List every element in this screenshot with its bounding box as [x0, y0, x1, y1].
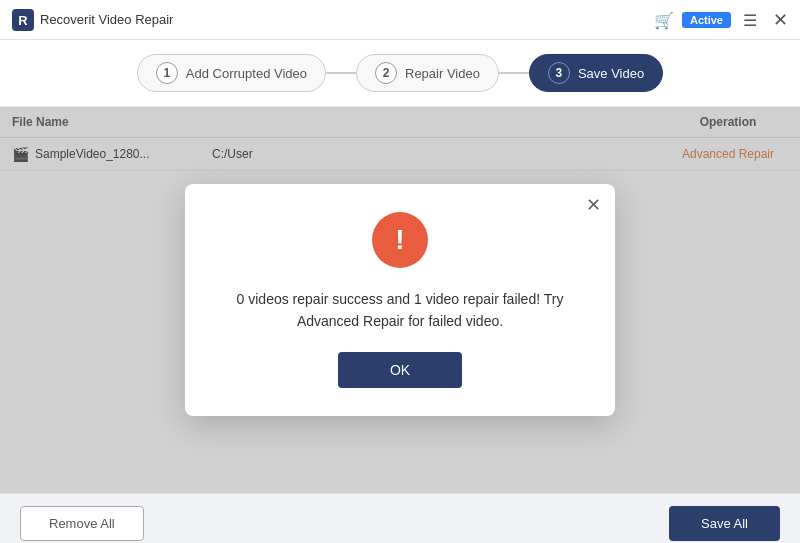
footer: Remove All Save All [0, 493, 800, 543]
menu-icon[interactable]: ☰ [739, 7, 761, 34]
title-bar: R Recoverit Video Repair 🛒 Active ☰ ✕ [0, 0, 800, 40]
close-icon[interactable]: ✕ [769, 5, 792, 35]
app-logo: R Recoverit Video Repair [12, 9, 173, 31]
title-bar-controls: 🛒 Active ☰ ✕ [654, 0, 792, 40]
steps-bar: 1 Add Corrupted Video 2 Repair Video 3 S… [0, 40, 800, 107]
step-3-number: 3 [548, 62, 570, 84]
step-3-label: Save Video [578, 66, 644, 81]
step-1-number: 1 [156, 62, 178, 84]
step-2[interactable]: 2 Repair Video [356, 54, 499, 92]
step-1[interactable]: 1 Add Corrupted Video [137, 54, 326, 92]
dialog-warning-icon: ! [372, 212, 428, 268]
step-2-number: 2 [375, 62, 397, 84]
app-logo-icon: R [12, 9, 34, 31]
step-connector-1 [326, 72, 356, 74]
step-connector-2 [499, 72, 529, 74]
main-content: File Name Operation 🎬 SampleVideo_1280..… [0, 107, 800, 493]
modal-overlay: ✕ ! 0 videos repair success and 1 video … [0, 107, 800, 493]
active-badge: Active [682, 12, 731, 28]
save-all-button[interactable]: Save All [669, 506, 780, 541]
dialog-message: 0 videos repair success and 1 video repa… [217, 288, 583, 333]
cart-icon[interactable]: 🛒 [654, 11, 674, 30]
step-2-label: Repair Video [405, 66, 480, 81]
dialog: ✕ ! 0 videos repair success and 1 video … [185, 184, 615, 417]
dialog-ok-button[interactable]: OK [338, 352, 462, 388]
svg-text:R: R [18, 13, 28, 28]
dialog-close-button[interactable]: ✕ [586, 196, 601, 214]
step-1-label: Add Corrupted Video [186, 66, 307, 81]
app-title: Recoverit Video Repair [40, 12, 173, 27]
step-3[interactable]: 3 Save Video [529, 54, 663, 92]
remove-all-button[interactable]: Remove All [20, 506, 144, 541]
